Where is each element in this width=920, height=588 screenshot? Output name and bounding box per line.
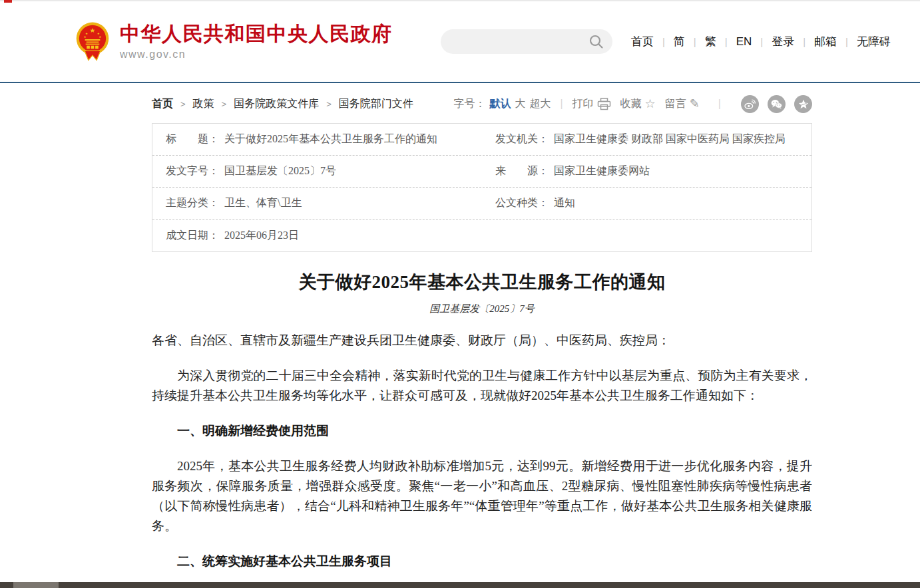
section-heading-2: 二、统筹实施好基本公共卫生服务项目 — [152, 551, 812, 571]
comment-label: 留言 — [665, 97, 686, 111]
nav-separator: | — [803, 36, 805, 47]
fontsize-xlarge-button[interactable]: 超大 — [529, 97, 551, 111]
breadcrumb-toolbar-row: 首页 > 政策 > 国务院政策文件库 > 国务院部门文件 字号： 默认 大 超大… — [152, 95, 812, 112]
meta-value-category: 卫生、体育\卫生 — [224, 196, 302, 210]
favorite-button[interactable]: 收藏 ☆ — [620, 97, 656, 111]
fontsize-default-button[interactable]: 默认 — [489, 97, 511, 111]
meta-row-docnumber-source: 发文字号： 国卫基层发〔2025〕7号 来 源： 国家卫生健康委网站 — [152, 156, 811, 188]
star-outline-icon: ☆ — [645, 98, 656, 110]
meta-value-doc-type: 通知 — [554, 196, 575, 210]
meta-cell-source: 来 源： 国家卫生健康委网站 — [482, 164, 811, 178]
site-identity: 中华人民共和国中央人民政府 www.gov.cn — [120, 23, 393, 61]
article-body: 关于做好2025年基本公共卫生服务工作的通知 国卫基层发〔2025〕7号 各省、… — [152, 270, 812, 588]
page-toolbar: 字号： 默认 大 超大 | 打印 收藏 ☆ 留言 ✎ | — [453, 95, 812, 113]
search-box[interactable] — [441, 29, 612, 54]
comment-button[interactable]: 留言 ✎ — [665, 97, 700, 111]
nav-english[interactable]: EN — [736, 35, 752, 49]
nav-mail[interactable]: 邮箱 — [814, 34, 837, 49]
svg-text:★: ★ — [97, 32, 100, 35]
nav-separator: | — [845, 36, 848, 47]
meta-cell-date: 成文日期： 2025年06月23日 — [152, 229, 482, 243]
breadcrumb-policy[interactable]: 政策 — [193, 97, 214, 111]
print-button[interactable]: 打印 — [573, 97, 611, 111]
meta-cell-title: 标 题： 关于做好2025年基本公共卫生服务工作的通知 — [152, 132, 482, 146]
fontsize-large-button[interactable]: 大 — [515, 97, 525, 111]
section-heading-1: 一、明确新增经费使用范围 — [152, 421, 812, 441]
svg-text:★: ★ — [99, 35, 101, 39]
svg-text:★: ★ — [85, 32, 88, 35]
meta-cell-doc-number: 发文字号： 国卫基层发〔2025〕7号 — [152, 164, 482, 178]
search-input[interactable] — [453, 36, 588, 47]
meta-value-doc-number: 国卫基层发〔2025〕7号 — [224, 164, 336, 178]
article-title: 关于做好2025年基本公共卫生服务工作的通知 — [152, 270, 812, 294]
nav-login[interactable]: 登录 — [772, 34, 794, 49]
pencil-icon: ✎ — [690, 98, 700, 110]
site-title: 中华人民共和国中央人民政府 — [120, 23, 393, 46]
search-icon[interactable] — [588, 34, 604, 49]
header-divider-line — [0, 82, 920, 83]
meta-label-date: 成文日期： — [166, 229, 219, 243]
meta-label-title: 标 题： — [166, 132, 219, 146]
weibo-share-button[interactable] — [741, 95, 759, 113]
wechat-icon — [771, 99, 782, 109]
svg-text:★: ★ — [90, 27, 96, 34]
nav-separator: | — [694, 36, 696, 47]
meta-row-title-agency: 标 题： 关于做好2025年基本公共卫生服务工作的通知 发文机关： 国家卫生健康… — [152, 124, 811, 156]
paragraph-intro: 为深入贯彻党的二十届三中全会精神，落实新时代党的卫生与健康工作方针中以基层为重点… — [152, 366, 812, 406]
breadcrumb-policy-library[interactable]: 国务院政策文件库 — [234, 97, 319, 111]
nav-traditional[interactable]: 繁 — [705, 34, 716, 49]
nav-separator: | — [760, 36, 763, 47]
meta-label-doc-number: 发文字号： — [166, 164, 219, 178]
fontsize-label: 字号： — [453, 97, 485, 111]
meta-cell-issuing-agency: 发文机关： 国家卫生健康委 财政部 国家中医药局 国家疾控局 — [482, 132, 811, 146]
breadcrumb-separator: > — [326, 99, 332, 109]
site-header: ★ ★ ★ ★ ★ 中华人民共和国中央人民政府 www.gov.cn — [0, 1, 920, 82]
meta-label-source: 来 源： — [495, 164, 549, 178]
nav-simplified[interactable]: 简 — [674, 34, 685, 49]
national-emblem-icon: ★ ★ ★ ★ ★ — [75, 21, 110, 62]
scrollbar-thumb[interactable] — [13, 582, 59, 588]
meta-cell-category: 主题分类： 卫生、体育\卫生 — [152, 196, 482, 210]
breadcrumb-separator: > — [222, 99, 227, 109]
breadcrumb-separator: > — [180, 99, 186, 109]
header-right: 首页 | 简 | 繁 | EN | 登录 | 邮箱 | 无障碍 — [441, 29, 891, 54]
meta-value-issuing-agency: 国家卫生健康委 财政部 国家中医药局 国家疾控局 — [554, 132, 786, 146]
toolbar-separator: | — [718, 98, 721, 110]
breadcrumb: 首页 > 政策 > 国务院政策文件库 > 国务院部门文件 — [152, 97, 413, 111]
breadcrumb-home[interactable]: 首页 — [152, 97, 173, 111]
print-label: 打印 — [573, 97, 594, 111]
toolbar-separator: | — [560, 98, 563, 110]
top-left-red-marker — [4, 0, 12, 3]
meta-row-category-doctype: 主题分类： 卫生、体育\卫生 公文种类： 通知 — [152, 188, 811, 220]
horizontal-scrollbar[interactable] — [0, 582, 920, 588]
nav-home[interactable]: 首页 — [631, 34, 654, 49]
wechat-share-button[interactable] — [768, 95, 786, 113]
breadcrumb-department-documents[interactable]: 国务院部门文件 — [339, 97, 413, 111]
top-nav: 首页 | 简 | 繁 | EN | 登录 | 邮箱 | 无障碍 — [631, 34, 891, 49]
article-doc-number: 国卫基层发〔2025〕7号 — [152, 303, 812, 315]
favorite-label: 收藏 — [620, 97, 642, 111]
paragraph-salutation: 各省、自治区、直辖市及新疆生产建设兵团卫生健康委、财政厅（局）、中医药局、疾控局… — [152, 331, 812, 351]
qzone-star-icon — [798, 99, 809, 109]
meta-label-issuing-agency: 发文机关： — [495, 132, 549, 146]
share-buttons — [741, 95, 812, 113]
site-url: www.gov.cn — [120, 49, 393, 61]
meta-row-date: 成文日期： 2025年06月23日 — [152, 220, 811, 251]
meta-value-title: 关于做好2025年基本公共卫生服务工作的通知 — [224, 132, 437, 146]
meta-value-source: 国家卫生健康委网站 — [554, 164, 650, 178]
qzone-share-button[interactable] — [794, 95, 812, 113]
meta-label-category: 主题分类： — [166, 196, 219, 210]
paragraph-section-1: 2025年，基本公共卫生服务经费人均财政补助标准增加5元，达到99元。新增经费用… — [152, 456, 812, 536]
meta-label-doc-type: 公文种类： — [495, 196, 549, 210]
site-logo[interactable]: ★ ★ ★ ★ ★ 中华人民共和国中央人民政府 www.gov.cn — [75, 21, 393, 62]
document-meta-table: 标 题： 关于做好2025年基本公共卫生服务工作的通知 发文机关： 国家卫生健康… — [152, 123, 812, 252]
printer-icon — [597, 98, 611, 110]
meta-value-date: 2025年06月23日 — [224, 229, 299, 243]
nav-separator: | — [725, 36, 728, 47]
nav-separator: | — [662, 36, 665, 47]
weibo-icon — [744, 99, 756, 109]
meta-cell-doc-type: 公文种类： 通知 — [482, 196, 811, 210]
nav-accessibility[interactable]: 无障碍 — [857, 34, 891, 49]
svg-text:★: ★ — [84, 35, 87, 39]
